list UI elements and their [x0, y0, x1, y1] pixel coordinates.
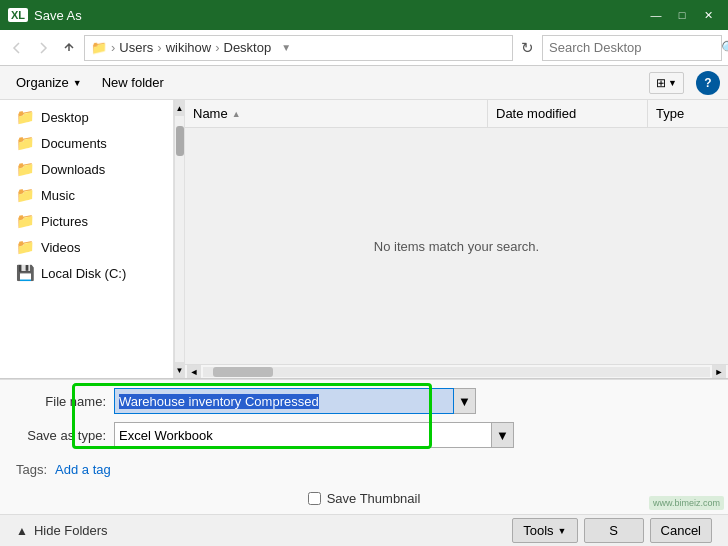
breadcrumb-folder-icon: 📁	[91, 40, 107, 55]
sidebar-label-pictures: Pictures	[41, 214, 88, 229]
filename-row: File name: ▼	[16, 388, 712, 414]
column-type[interactable]: Type	[648, 100, 728, 127]
app-icon: XL	[8, 8, 28, 22]
filetype-row: Save as type: Excel Workbook ▼	[16, 422, 712, 448]
sidebar-item-videos[interactable]: 📁 Videos	[0, 234, 173, 260]
save-button[interactable]: S	[584, 518, 644, 543]
bottom-right-actions: Tools ▼ S Cancel	[512, 518, 712, 543]
toolbar: Organize ▼ New folder ⊞ ▼ ?	[0, 66, 728, 100]
column-name[interactable]: Name ▲	[185, 100, 488, 127]
breadcrumb-sep3: ›	[215, 40, 219, 55]
filename-label: File name:	[16, 394, 106, 409]
search-bar: 🔍	[542, 35, 722, 61]
filename-area: File name: ▼ Save as type: Excel Workboo…	[0, 379, 728, 456]
navigation-bar: 📁 › Users › wikihow › Desktop ▼ ↻ 🔍	[0, 30, 728, 66]
file-header: Name ▲ Date modified Type	[185, 100, 728, 128]
music-folder-icon: 📁	[16, 186, 35, 204]
empty-message: No items match your search.	[185, 128, 728, 364]
breadcrumb-dropdown-icon[interactable]: ▼	[281, 42, 291, 53]
watermark: www.bimeiz.com	[649, 496, 724, 510]
title-bar: XL Save As — □ ✕	[0, 0, 728, 30]
organize-dropdown-icon: ▼	[73, 78, 82, 88]
back-button[interactable]	[6, 37, 28, 59]
breadcrumb-users[interactable]: Users	[119, 40, 153, 55]
sidebar-scroll-up[interactable]: ▲	[175, 100, 184, 116]
bottom-bar: ▲ Hide Folders Tools ▼ S Cancel	[0, 514, 728, 546]
maximize-button[interactable]: □	[670, 3, 694, 27]
minimize-button[interactable]: —	[644, 3, 668, 27]
tools-dropdown-icon: ▼	[558, 526, 567, 536]
close-button[interactable]: ✕	[696, 3, 720, 27]
sidebar-item-downloads[interactable]: 📁 Downloads	[0, 156, 173, 182]
hide-folders-button[interactable]: ▲ Hide Folders	[16, 523, 108, 538]
search-icon[interactable]: 🔍	[721, 40, 728, 56]
horizontal-scrollbar[interactable]: ◄ ►	[185, 364, 728, 378]
documents-folder-icon: 📁	[16, 134, 35, 152]
desktop-folder-icon: 📁	[16, 108, 35, 126]
sidebar-item-documents[interactable]: 📁 Documents	[0, 130, 173, 156]
forward-button[interactable]	[32, 37, 54, 59]
organize-button[interactable]: Organize ▼	[8, 71, 90, 94]
filename-dropdown-arrow[interactable]: ▼	[454, 388, 476, 414]
sidebar-label-downloads: Downloads	[41, 162, 105, 177]
breadcrumb-bar[interactable]: 📁 › Users › wikihow › Desktop ▼	[84, 35, 513, 61]
cancel-button[interactable]: Cancel	[650, 518, 712, 543]
filename-input[interactable]	[114, 388, 454, 414]
filetype-dropdown-arrow[interactable]: ▼	[492, 422, 514, 448]
h-scroll-track[interactable]	[203, 367, 710, 377]
filetype-label: Save as type:	[16, 428, 106, 443]
sidebar-item-desktop[interactable]: 📁 Desktop	[0, 104, 173, 130]
downloads-folder-icon: 📁	[16, 160, 35, 178]
sidebar-label-music: Music	[41, 188, 75, 203]
window-title: Save As	[34, 8, 82, 23]
sidebar-label-local-disk: Local Disk (C:)	[41, 266, 126, 281]
tools-button[interactable]: Tools ▼	[512, 518, 577, 543]
tags-label: Tags:	[16, 462, 47, 477]
breadcrumb-sep1: ›	[111, 40, 115, 55]
sidebar-item-music[interactable]: 📁 Music	[0, 182, 173, 208]
pictures-folder-icon: 📁	[16, 212, 35, 230]
local-disk-icon: 💾	[16, 264, 35, 282]
sidebar-item-local-disk[interactable]: 💾 Local Disk (C:)	[0, 260, 173, 286]
sidebar-scroll-track	[175, 116, 184, 362]
sidebar-label-documents: Documents	[41, 136, 107, 151]
tags-area: Tags: Add a tag	[0, 456, 728, 483]
save-thumbnail-label[interactable]: Save Thumbnail	[308, 491, 421, 506]
view-dropdown-icon: ▼	[668, 78, 677, 88]
column-date[interactable]: Date modified	[488, 100, 648, 127]
sidebar-label-desktop: Desktop	[41, 110, 89, 125]
sidebar-scroll-thumb[interactable]	[176, 126, 184, 156]
thumbnail-row: Save Thumbnail	[0, 483, 728, 514]
sidebar: 📁 Desktop 📁 Documents 📁 Downloads 📁 Musi…	[0, 100, 174, 378]
h-scroll-right-btn[interactable]: ►	[712, 365, 726, 379]
new-folder-button[interactable]: New folder	[94, 71, 172, 94]
add-tag-link[interactable]: Add a tag	[55, 462, 111, 477]
sidebar-label-videos: Videos	[41, 240, 81, 255]
save-thumbnail-checkbox[interactable]	[308, 492, 321, 505]
breadcrumb-desktop[interactable]: Desktop	[224, 40, 272, 55]
hide-folders-arrow-icon: ▲	[16, 524, 28, 538]
h-scroll-thumb[interactable]	[213, 367, 273, 377]
view-button[interactable]: ⊞ ▼	[649, 72, 684, 94]
sidebar-scroll-down[interactable]: ▼	[175, 362, 184, 378]
sidebar-scrollbar[interactable]: ▲ ▼	[174, 100, 184, 378]
videos-folder-icon: 📁	[16, 238, 35, 256]
help-button[interactable]: ?	[696, 71, 720, 95]
file-area: Name ▲ Date modified Type No items match…	[185, 100, 728, 378]
sort-arrow-icon: ▲	[232, 109, 241, 119]
refresh-button[interactable]: ↻	[517, 35, 538, 61]
view-icon: ⊞	[656, 76, 666, 90]
breadcrumb-wikihow[interactable]: wikihow	[166, 40, 212, 55]
h-scroll-left-btn[interactable]: ◄	[187, 365, 201, 379]
search-input[interactable]	[549, 40, 717, 55]
up-button[interactable]	[58, 37, 80, 59]
breadcrumb-sep2: ›	[157, 40, 161, 55]
filetype-display[interactable]: Excel Workbook	[114, 422, 492, 448]
sidebar-item-pictures[interactable]: 📁 Pictures	[0, 208, 173, 234]
